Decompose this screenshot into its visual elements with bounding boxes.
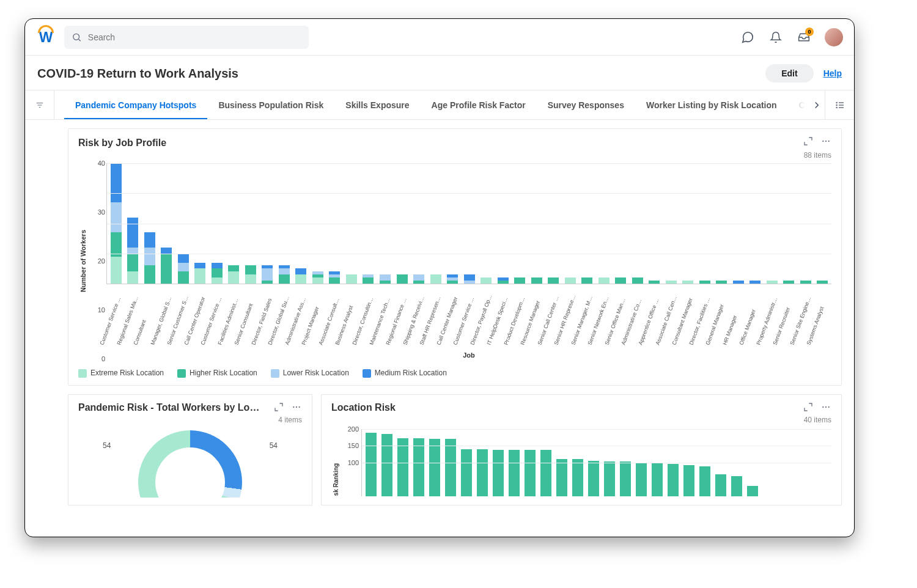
chart-location-risk[interactable]: sk Ranking 100150200 bbox=[331, 429, 831, 496]
x-axis-label: Job bbox=[106, 351, 831, 359]
search-icon bbox=[72, 32, 82, 43]
items-note: 40 items bbox=[331, 416, 831, 424]
donut-label-right: 54 bbox=[270, 441, 278, 450]
donut-center-value: 198 bbox=[138, 430, 242, 498]
tabs: Pandemic Company HotspotsBusiness Popula… bbox=[54, 90, 825, 119]
tab-4[interactable]: Survey Responses bbox=[537, 90, 635, 119]
tab-5[interactable]: Worker Listing by Risk Location bbox=[635, 90, 788, 119]
tabs-scroll-right[interactable] bbox=[811, 100, 822, 111]
search-input[interactable] bbox=[87, 32, 301, 43]
filter-icon[interactable] bbox=[25, 90, 54, 119]
edit-button[interactable]: Edit bbox=[765, 64, 813, 83]
tab-2[interactable]: Skills Exposure bbox=[334, 90, 420, 119]
expand-icon[interactable] bbox=[274, 402, 284, 412]
more-icon[interactable] bbox=[820, 136, 831, 146]
card-title: Risk by Job Profile bbox=[78, 138, 166, 149]
notification-badge: 0 bbox=[805, 28, 814, 36]
brand-logo[interactable]: W bbox=[36, 28, 56, 47]
chart-risk-by-job: Number of Workers 010203040 Customer Ser… bbox=[78, 163, 831, 359]
svg-point-15 bbox=[296, 406, 297, 408]
legend: Extreme Risk LocationHigher Risk Locatio… bbox=[78, 369, 831, 378]
svg-point-14 bbox=[293, 406, 294, 408]
plot-area bbox=[361, 429, 831, 496]
top-bar: W 0 bbox=[25, 19, 854, 56]
top-icons: 0 bbox=[740, 28, 843, 46]
donut-chart[interactable]: 54 54 198 bbox=[78, 430, 302, 498]
title-row: COVID-19 Return to Work Analysis Edit He… bbox=[25, 56, 854, 90]
legend-item[interactable]: Lower Risk Location bbox=[271, 369, 349, 378]
help-link[interactable]: Help bbox=[823, 68, 842, 78]
card-title: Location Risk bbox=[331, 402, 396, 413]
chat-icon[interactable] bbox=[740, 30, 755, 45]
svg-point-9 bbox=[836, 107, 837, 108]
svg-point-0 bbox=[73, 34, 79, 40]
x-axis-labels: Customer Service …Regional Sales Ma…Cons… bbox=[106, 284, 831, 350]
card-risk-by-job-profile: Risk by Job Profile 88 items Number of W… bbox=[68, 128, 842, 386]
svg-point-18 bbox=[825, 406, 827, 408]
content: Risk by Job Profile 88 items Number of W… bbox=[25, 120, 854, 537]
legend-item[interactable]: Medium Risk Location bbox=[363, 369, 447, 378]
tab-0[interactable]: Pandemic Company Hotspots bbox=[64, 90, 207, 119]
svg-point-13 bbox=[828, 141, 830, 142]
inbox-icon[interactable]: 0 bbox=[797, 30, 811, 45]
svg-line-1 bbox=[79, 39, 81, 41]
legend-item[interactable]: Extreme Risk Location bbox=[78, 369, 164, 378]
more-icon[interactable] bbox=[820, 402, 831, 412]
svg-point-19 bbox=[828, 406, 830, 408]
expand-icon[interactable] bbox=[803, 136, 813, 146]
svg-point-5 bbox=[836, 102, 837, 103]
svg-point-12 bbox=[825, 141, 827, 142]
y-axis: 100150200 bbox=[341, 429, 361, 496]
avatar[interactable] bbox=[825, 28, 843, 46]
card-total-workers-by-location: Pandemic Risk - Total Workers by Locatio… bbox=[68, 394, 312, 505]
y-axis-label: Number of Workers bbox=[78, 230, 88, 292]
svg-point-7 bbox=[836, 105, 837, 105]
more-icon[interactable] bbox=[291, 402, 302, 412]
app-window: W 0 COVID-19 Return to Work Analysis Edi… bbox=[24, 18, 855, 537]
expand-icon[interactable] bbox=[803, 402, 813, 412]
tabs-row: Pandemic Company HotspotsBusiness Popula… bbox=[25, 90, 854, 120]
items-note: 4 items bbox=[78, 416, 302, 424]
tab-1[interactable]: Business Population Risk bbox=[207, 90, 334, 119]
plot-area[interactable] bbox=[106, 163, 831, 284]
items-note: 88 items bbox=[78, 151, 831, 160]
chevron-right-icon bbox=[811, 100, 822, 111]
bell-icon[interactable] bbox=[768, 30, 783, 45]
card-title: Pandemic Risk - Total Workers by Locatio… bbox=[78, 402, 262, 413]
svg-point-17 bbox=[822, 406, 823, 408]
list-toggle-icon[interactable] bbox=[825, 90, 854, 119]
card-location-risk: Location Risk 40 items sk Ranking 100150… bbox=[321, 394, 842, 505]
svg-point-16 bbox=[299, 406, 300, 408]
legend-item[interactable]: Higher Risk Location bbox=[177, 369, 257, 378]
page-title: COVID-19 Return to Work Analysis bbox=[37, 67, 238, 81]
donut-label-left: 54 bbox=[103, 441, 111, 450]
tab-3[interactable]: Age Profile Risk Factor bbox=[421, 90, 537, 119]
search-box[interactable] bbox=[64, 26, 309, 49]
svg-point-11 bbox=[822, 141, 823, 142]
y-axis-label: sk Ranking bbox=[331, 463, 341, 496]
